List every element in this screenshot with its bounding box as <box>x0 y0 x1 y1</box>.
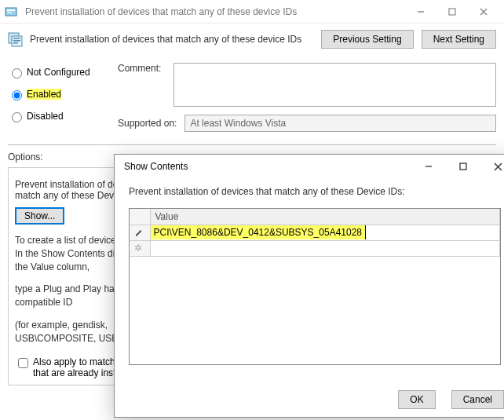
svg-rect-9 <box>13 38 20 39</box>
grid-cell-value-empty[interactable] <box>150 240 500 256</box>
svg-rect-11 <box>13 42 18 44</box>
comment-label: Comment: <box>118 63 169 74</box>
show-button[interactable]: Show... <box>15 207 64 225</box>
svg-rect-2 <box>7 12 12 13</box>
supported-on-label: Supported on: <box>118 118 184 129</box>
radio-label: Not Configured <box>27 67 90 78</box>
window-title: Prevent installation of devices that mat… <box>22 6 405 17</box>
next-setting-button[interactable]: Next Setting <box>422 30 496 49</box>
svg-rect-4 <box>449 9 455 15</box>
ok-button[interactable]: OK <box>398 390 435 409</box>
radio-label: Disabled <box>27 111 64 122</box>
grid-row[interactable]: PCI\VEN_8086&DEV_0412&SUBSYS_05A41028 <box>130 225 500 240</box>
grid-cell-value-text: PCI\VEN_8086&DEV_0412&SUBSYS_05A41028 <box>151 225 367 239</box>
dialog-title: Show Contents <box>124 161 411 172</box>
row-marker-edit-icon <box>130 225 150 240</box>
dialog-titlebar: Show Contents <box>115 155 504 178</box>
policy-header: Prevent installation of devices that mat… <box>0 24 504 60</box>
show-contents-dialog: Show Contents Prevent installation of de… <box>114 154 504 418</box>
dialog-instruction: Prevent installation of devices that mat… <box>129 186 501 197</box>
policy-body: Not Configured Enabled Disabled Comment:… <box>0 60 504 132</box>
radio-disabled[interactable]: Disabled <box>8 110 118 122</box>
policy-icon <box>8 31 24 47</box>
grid-cell-value[interactable]: PCI\VEN_8086&DEV_0412&SUBSYS_05A41028 <box>150 225 500 240</box>
row-marker-new-icon: ✲ <box>130 240 150 256</box>
dialog-close-icon[interactable] <box>480 155 504 178</box>
policy-window-icon <box>5 5 17 18</box>
grid-corner <box>130 209 150 225</box>
dialog-footer: OK Cancel <box>115 385 504 417</box>
svg-rect-13 <box>460 163 466 170</box>
svg-rect-1 <box>7 9 15 11</box>
dialog-minimize-icon[interactable] <box>411 155 446 178</box>
divider <box>8 144 496 145</box>
grid-row-new[interactable]: ✲ <box>130 240 500 256</box>
policy-title: Prevent installation of devices that mat… <box>24 34 313 45</box>
minimize-icon[interactable] <box>405 3 436 20</box>
cancel-button[interactable]: Cancel <box>451 390 504 409</box>
radio-not-configured[interactable]: Not Configured <box>8 66 118 79</box>
supported-on-value: At least Windows Vista <box>184 115 496 132</box>
previous-setting-button[interactable]: Previous Setting <box>321 30 413 49</box>
svg-rect-10 <box>13 40 20 42</box>
grid-header-value[interactable]: Value <box>150 209 500 225</box>
value-grid[interactable]: Value PCI\VEN_8086&DEV_0412&SUBSYS_05A41… <box>129 208 501 365</box>
comment-textbox[interactable] <box>173 63 496 107</box>
window-titlebar: Prevent installation of devices that mat… <box>0 0 504 24</box>
maximize-icon[interactable] <box>436 3 468 20</box>
options-section-label: Options: <box>8 152 51 166</box>
dialog-maximize-icon[interactable] <box>446 155 480 178</box>
radio-enabled[interactable]: Enabled <box>8 88 118 100</box>
radio-label: Enabled <box>27 89 61 100</box>
close-icon[interactable] <box>468 3 499 20</box>
